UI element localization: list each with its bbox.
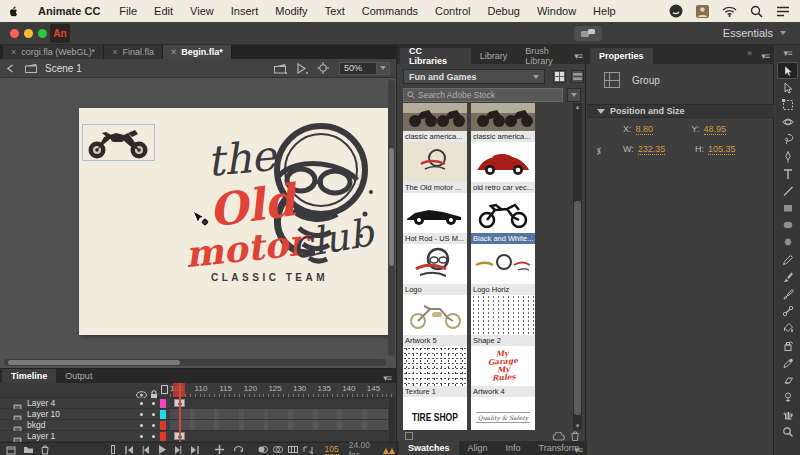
tab-begin-fla[interactable]: ×Begin.fla*: [163, 45, 232, 59]
center-frame-icon[interactable]: [317, 62, 329, 74]
layer-color-swatch[interactable]: [160, 432, 166, 441]
list-view-button[interactable]: [571, 70, 584, 83]
library-item[interactable]: classic america...: [403, 103, 467, 142]
scrollbar-thumb[interactable]: [8, 360, 180, 365]
library-item[interactable]: Hot Rod - US M...: [403, 193, 467, 244]
library-item[interactable]: Shape 2: [471, 295, 535, 346]
library-items-viewport[interactable]: classic america... classic america... Th…: [403, 103, 569, 430]
stage-horizontal-scrollbar[interactable]: [4, 359, 386, 366]
play-button[interactable]: [158, 445, 166, 454]
tab-corgi-fla[interactable]: ×corgi.fla (WebGL)*: [3, 45, 104, 59]
eraser-tool[interactable]: [777, 371, 798, 388]
close-icon[interactable]: ×: [11, 47, 16, 57]
stage-vertical-scrollbar[interactable]: [388, 80, 395, 356]
selection-tool[interactable]: [777, 62, 798, 79]
oval-tool[interactable]: [777, 217, 798, 234]
panel-menu-icon[interactable]: ▾≡: [574, 51, 582, 61]
h-value[interactable]: 105.35: [708, 144, 736, 155]
layer-visibility-dot[interactable]: [140, 413, 143, 416]
menu-control[interactable]: Control: [435, 5, 470, 17]
menu-edit[interactable]: Edit: [154, 5, 173, 17]
tab-properties[interactable]: Properties: [590, 48, 653, 64]
menu-window[interactable]: Window: [537, 5, 576, 17]
edit-symbols-button[interactable]: [296, 63, 308, 74]
polystar-tool[interactable]: [777, 234, 798, 251]
layer-visibility-dot[interactable]: [140, 402, 143, 405]
creative-cloud-icon[interactable]: [669, 4, 683, 18]
pen-tool[interactable]: [777, 148, 798, 165]
library-item[interactable]: Black and White...: [471, 193, 535, 244]
menu-modify[interactable]: Modify: [275, 5, 307, 17]
loop-button[interactable]: [233, 445, 244, 454]
library-item[interactable]: Logo: [403, 244, 467, 295]
menu-debug[interactable]: Debug: [488, 5, 520, 17]
library-item[interactable]: Logo Horiz: [471, 244, 535, 295]
pencil-tool[interactable]: [777, 251, 798, 268]
position-and-size-section-header[interactable]: Position and Size: [587, 104, 774, 118]
search-options-button[interactable]: [567, 88, 581, 102]
library-item[interactable]: My Garage My Rules Artwork 4: [471, 346, 535, 397]
menu-commands[interactable]: Commands: [362, 5, 418, 17]
eyedropper-tool[interactable]: [777, 354, 798, 371]
panel-menu-icon[interactable]: ▾≡: [574, 445, 582, 455]
search-input[interactable]: [418, 90, 559, 100]
rectangle-tool[interactable]: [777, 200, 798, 217]
zoom-tool[interactable]: [777, 423, 798, 440]
layer-lock-dot[interactable]: [152, 413, 155, 416]
workspace-switcher[interactable]: Essentials: [723, 27, 786, 39]
modify-markers-icon[interactable]: [303, 445, 313, 454]
x-value[interactable]: 8.80: [636, 124, 654, 135]
bone-tool[interactable]: [777, 303, 798, 320]
menu-help[interactable]: Help: [593, 5, 616, 17]
timeline-scrollbar[interactable]: [389, 398, 395, 442]
subselection-tool[interactable]: [777, 79, 798, 96]
paint-bucket-tool[interactable]: [777, 320, 798, 337]
window-minimize-button[interactable]: [24, 29, 33, 38]
delete-layer-button[interactable]: [41, 445, 49, 455]
panel-menu-icon[interactable]: ▾≡: [761, 51, 769, 61]
new-layer-button[interactable]: [6, 445, 16, 455]
layer-row-layer4[interactable]: Layer 4: [0, 398, 396, 409]
library-item[interactable]: Texture 1: [403, 346, 467, 397]
free-transform-tool[interactable]: [777, 96, 798, 113]
classic-brush-tool[interactable]: [777, 285, 798, 302]
lasso-tool[interactable]: [777, 131, 798, 148]
layer-row-layer10[interactable]: Layer 10: [0, 409, 396, 420]
edit-multiple-frames-icon[interactable]: [288, 445, 298, 454]
window-close-button[interactable]: [10, 29, 19, 38]
wifi-icon[interactable]: [722, 6, 737, 17]
library-item[interactable]: old retro car vec...: [471, 142, 535, 193]
edit-scene-button[interactable]: [274, 63, 287, 74]
collapse-to-icons-icon[interactable]: »: [747, 48, 752, 58]
new-item-checkbox[interactable]: [405, 432, 413, 440]
back-arrow-icon[interactable]: [6, 64, 15, 73]
layer-lock-dot[interactable]: [152, 402, 155, 405]
go-to-last-frame-button[interactable]: [190, 446, 199, 454]
stage-canvas[interactable]: the Old motor club CLASSIC TEAM: [79, 108, 388, 335]
library-collection-dropdown[interactable]: Fun and Games: [403, 69, 545, 84]
layer-color-swatch[interactable]: [160, 399, 166, 408]
library-item[interactable]: The Old motor ...: [403, 142, 467, 193]
tab-timeline[interactable]: Timeline: [2, 369, 56, 383]
asset-warp-tool[interactable]: [777, 389, 798, 406]
onion-skin-outline-icon[interactable]: [273, 445, 283, 454]
layer-frames[interactable]: [170, 409, 388, 419]
onion-range-icon[interactable]: [382, 446, 396, 454]
library-item[interactable]: classic america...: [471, 103, 535, 142]
user-avatar-icon[interactable]: [696, 5, 709, 18]
new-folder-button[interactable]: [23, 445, 34, 454]
menu-insert[interactable]: Insert: [231, 5, 259, 17]
tab-library[interactable]: Library: [471, 48, 517, 64]
menu-text[interactable]: Text: [325, 5, 345, 17]
go-to-first-frame-button[interactable]: [125, 446, 134, 454]
layer-frames[interactable]: [170, 420, 388, 430]
close-icon[interactable]: ×: [112, 47, 117, 57]
apple-menu-icon[interactable]: [10, 5, 21, 18]
library-item[interactable]: Artwork 5: [403, 295, 467, 346]
outline-view-button[interactable]: [111, 445, 115, 454]
timeline-ruler[interactable]: 105 110 115 120 125 130 135 140 145: [0, 383, 396, 398]
menu-view[interactable]: View: [190, 5, 214, 17]
window-zoom-button[interactable]: [38, 29, 47, 38]
scrollbar-thumb[interactable]: [389, 148, 394, 266]
lock-aspect-ratio-icon[interactable]: [593, 142, 605, 160]
